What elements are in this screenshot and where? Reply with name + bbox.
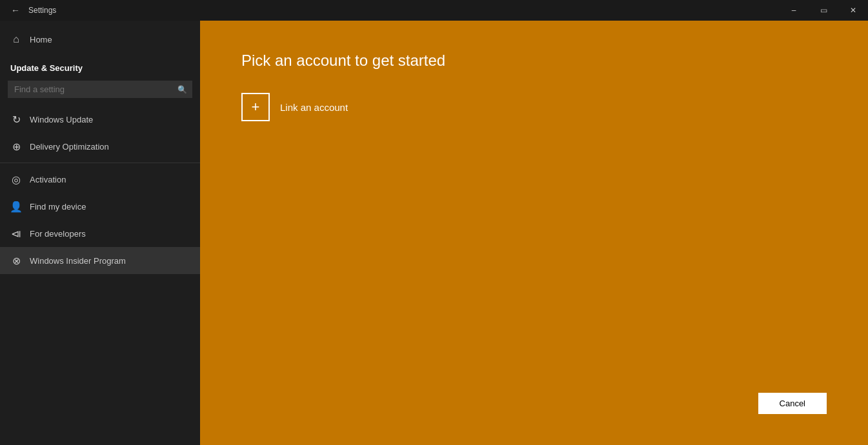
back-button[interactable]: ←	[8, 3, 23, 18]
minimize-button[interactable]: –	[779, 0, 809, 21]
add-account-box[interactable]: +	[241, 93, 270, 121]
insider-icon: ⊗	[10, 255, 22, 266]
developers-icon: ⧏	[10, 228, 22, 239]
sidebar-label-for-developers: For developers	[30, 229, 86, 239]
sidebar-item-windows-insider[interactable]: ⊗ Windows Insider Program	[0, 247, 200, 274]
search-input[interactable]	[8, 81, 192, 98]
sidebar-label-home: Home	[30, 35, 52, 44]
titlebar: ← Settings – ▭ ✕	[0, 0, 868, 21]
link-account-label: Link an account	[280, 102, 348, 113]
sidebar-item-home[interactable]: ⌂ Home	[0, 26, 200, 53]
overlay-title: Pick an account to get started	[241, 52, 827, 70]
sidebar-divider	[0, 163, 200, 163]
window-controls: – ▭ ✕	[779, 0, 868, 21]
sidebar: ⌂ Home Update & Security 🔍 ↻ Windows Upd…	[0, 21, 200, 445]
sidebar-label-insider: Windows Insider Program	[30, 256, 126, 266]
sidebar-item-find-my-device[interactable]: 👤 Find my device	[0, 193, 200, 220]
sidebar-item-windows-update[interactable]: ↻ Windows Update	[0, 106, 200, 133]
sidebar-section-title: Update & Security	[0, 53, 200, 81]
windows-update-icon: ↻	[10, 114, 22, 125]
app-layout: ⌂ Home Update & Security 🔍 ↻ Windows Upd…	[0, 21, 868, 445]
sidebar-label-activation: Activation	[30, 175, 66, 184]
sidebar-item-activation[interactable]: ◎ Activation	[0, 166, 200, 193]
account-overlay: Pick an account to get started + Link an…	[200, 21, 868, 445]
link-account-row: + Link an account	[241, 93, 827, 121]
main-content: Windows Insider Program Your PC does not…	[200, 21, 868, 445]
sidebar-label-delivery-optimization: Delivery Optimization	[30, 142, 109, 152]
sidebar-label-find-my-device: Find my device	[30, 202, 86, 212]
home-icon: ⌂	[10, 34, 22, 45]
find-device-icon: 👤	[10, 201, 22, 212]
delivery-optimization-icon: ⊕	[10, 141, 22, 152]
close-button[interactable]: ✕	[838, 0, 868, 21]
sidebar-item-delivery-optimization[interactable]: ⊕ Delivery Optimization	[0, 133, 200, 160]
search-container: 🔍	[8, 81, 192, 98]
add-icon: +	[252, 99, 260, 115]
sidebar-item-for-developers[interactable]: ⧏ For developers	[0, 220, 200, 247]
sidebar-label-windows-update: Windows Update	[30, 115, 93, 124]
app-title: Settings	[28, 6, 56, 15]
search-icon: 🔍	[177, 85, 187, 94]
maximize-button[interactable]: ▭	[809, 0, 838, 21]
cancel-button[interactable]: Cancel	[758, 393, 827, 414]
activation-icon: ◎	[10, 173, 22, 185]
